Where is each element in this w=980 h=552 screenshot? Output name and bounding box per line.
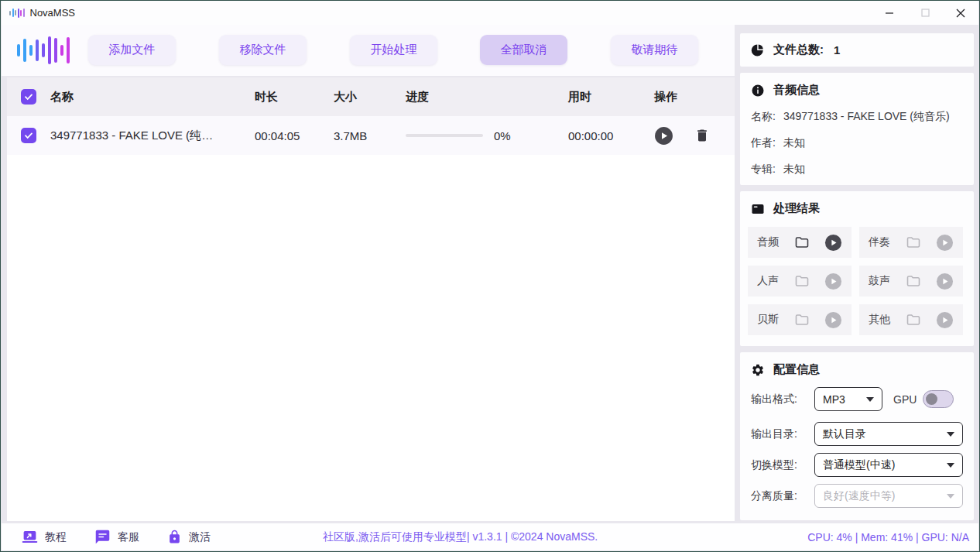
audio-info-card: 音频信息 名称:349771833 - FAKE LOVE (纯音乐) 作者:未… — [740, 73, 974, 185]
maximize-icon — [921, 9, 930, 17]
result-audio: 音频 — [748, 227, 852, 258]
audio-artist-value: 未知 — [783, 136, 805, 150]
header-actions: 操作 — [651, 90, 735, 105]
trash-icon — [694, 127, 710, 144]
output-dir-value: 默认目录 — [823, 427, 866, 441]
output-dir-select[interactable]: 默认目录 — [814, 422, 963, 446]
config-card: 配置信息 输出格式: MP3 GPU 输出目录: 默认目录 切换模型: 普通模型… — [740, 352, 974, 520]
chat-icon — [94, 529, 111, 545]
tutorial-link[interactable]: 教程 — [22, 529, 67, 545]
maximize-button[interactable] — [907, 1, 943, 25]
check-icon — [24, 92, 33, 101]
chevron-down-icon — [947, 463, 954, 468]
waveform-logo-icon — [17, 35, 70, 66]
select-all-checkbox[interactable] — [21, 89, 36, 105]
gpu-label: GPU — [893, 393, 917, 406]
play-result-button[interactable] — [824, 234, 842, 252]
app-window: NovaMSS 添加文件 移除文件 开始处理 全部取消 敬请期待 — [0, 0, 980, 552]
quality-value: 良好(速度中等) — [823, 489, 895, 503]
table-header-row: 名称 时长 大小 进度 用时 操作 — [7, 77, 735, 116]
file-count-card: 文件总数: 1 — [740, 33, 974, 67]
support-label: 客服 — [118, 530, 139, 544]
row-file-name: 349771833 - FAKE LOVE (纯音乐) — [50, 129, 255, 143]
model-select[interactable]: 普通模型(中速) — [814, 453, 963, 477]
titlebar-left: NovaMSS — [9, 7, 75, 19]
open-folder-button[interactable] — [793, 235, 810, 250]
close-icon — [956, 9, 965, 18]
version-text: 社区版,激活后可使用专业模型| v1.3.1 | ©2024 NovaMSS. — [323, 523, 598, 550]
row-size: 3.7MB — [334, 129, 406, 142]
activate-label: 激活 — [189, 530, 211, 544]
result-vocals: 人声 — [748, 266, 852, 297]
header-size: 大小 — [334, 90, 406, 105]
output-format-select[interactable]: MP3 — [814, 387, 882, 411]
minimize-button[interactable] — [872, 1, 907, 25]
result-label: 鼓声 — [869, 274, 890, 288]
file-table: 名称 时长 大小 进度 用时 操作 349771833 - FAKE LOVE … — [7, 77, 735, 521]
row-checkbox[interactable] — [21, 128, 36, 143]
system-stats: CPU: 4% | Mem: 41% | GPU: N/A — [807, 523, 969, 550]
results-card: 处理结果 音频 伴奏 人声 鼓声 — [740, 191, 974, 346]
play-result-button — [824, 311, 842, 329]
chevron-down-icon — [947, 494, 954, 499]
audio-album-label: 专辑: — [751, 163, 776, 177]
result-label: 人声 — [757, 274, 779, 288]
gpu-toggle[interactable] — [923, 390, 954, 408]
audio-artist-label: 作者: — [751, 136, 776, 150]
play-result-button — [824, 273, 842, 290]
tutorial-icon — [22, 529, 38, 545]
chevron-down-icon — [947, 432, 954, 437]
audio-name-value: 349771833 - FAKE LOVE (纯音乐) — [783, 110, 950, 124]
open-folder-button — [905, 312, 922, 327]
output-dir-label: 输出目录: — [751, 427, 814, 441]
close-button[interactable] — [943, 1, 978, 25]
quality-select: 良好(速度中等) — [814, 484, 963, 508]
gear-icon — [751, 363, 765, 377]
toolbar: 添加文件 移除文件 开始处理 全部取消 敬请期待 — [2, 25, 735, 76]
model-label: 切换模型: — [751, 458, 814, 472]
tutorial-label: 教程 — [45, 530, 67, 544]
audio-info-title: 音频信息 — [773, 83, 820, 98]
config-title: 配置信息 — [773, 362, 820, 377]
app-waveform-icon — [9, 8, 25, 19]
play-result-button — [936, 311, 954, 329]
progress-label: 0% — [494, 129, 511, 142]
result-label: 其他 — [869, 313, 890, 327]
start-processing-button[interactable]: 开始处理 — [350, 35, 437, 65]
result-accompaniment: 伴奏 — [859, 227, 963, 258]
lock-icon — [167, 529, 182, 545]
coming-soon-button[interactable]: 敬请期待 — [611, 35, 698, 65]
remove-files-button[interactable]: 移除文件 — [219, 35, 307, 65]
header-progress: 进度 — [406, 90, 568, 105]
window-title: NovaMSS — [30, 7, 76, 19]
pie-chart-icon — [751, 43, 765, 57]
table-row[interactable]: 349771833 - FAKE LOVE (纯音乐) 00:04:05 3.7… — [7, 116, 735, 155]
open-folder-button — [793, 273, 810, 289]
titlebar: NovaMSS — [2, 1, 978, 25]
activate-link[interactable]: 激活 — [167, 529, 211, 545]
open-folder-button — [905, 235, 922, 250]
row-duration: 00:04:05 — [255, 129, 334, 142]
result-label: 贝斯 — [757, 313, 779, 327]
result-other: 其他 — [859, 304, 963, 335]
row-elapsed: 00:00:00 — [568, 129, 651, 142]
info-icon — [751, 84, 765, 98]
output-format-label: 输出格式: — [751, 393, 814, 406]
audio-name-label: 名称: — [751, 110, 776, 124]
add-files-button[interactable]: 添加文件 — [88, 35, 176, 65]
progress-bar — [406, 134, 483, 137]
file-count-value: 1 — [834, 43, 840, 57]
cancel-all-button[interactable]: 全部取消 — [480, 35, 567, 65]
result-label: 音频 — [757, 235, 779, 249]
row-delete-button[interactable] — [694, 127, 710, 144]
chevron-down-icon — [866, 397, 874, 402]
check-icon — [24, 131, 33, 140]
row-play-button[interactable] — [654, 126, 673, 146]
open-folder-button — [905, 273, 922, 289]
header-name: 名称 — [50, 90, 255, 105]
play-result-button — [936, 273, 954, 290]
support-link[interactable]: 客服 — [94, 529, 139, 545]
minimize-icon — [885, 9, 894, 18]
audio-album-value: 未知 — [783, 163, 805, 177]
quality-label: 分离质量: — [751, 489, 814, 503]
